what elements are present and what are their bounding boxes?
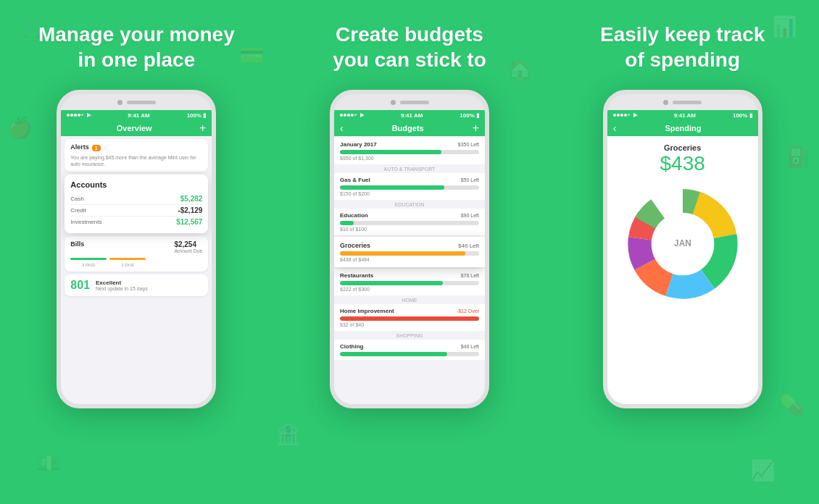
account-row-credit: Credit -$2,129 — [70, 205, 202, 217]
budget-gas-bar — [340, 185, 479, 190]
bills-bar-orange — [109, 258, 146, 260]
donut-chart: JAN — [621, 182, 744, 306]
panel-manage-money: Manage your money in one place ▶ 9:41 AM… — [0, 0, 273, 504]
account-invest-label: Investments — [70, 219, 101, 225]
phone1-screen: ▶ 9:41 AM 100% ▮ · Overview + Alerts 1 — [61, 110, 212, 404]
bills-card: Bills $2,254 Amount Due — [65, 236, 208, 272]
phone2-camera — [391, 100, 396, 105]
budget-rest-bar — [340, 281, 479, 285]
phone2-nav-back[interactable]: ‹ — [340, 122, 344, 134]
budget-groc-bar — [340, 251, 479, 256]
alerts-card: Alerts 1 You are paying $45 more than th… — [65, 139, 208, 172]
bills-due-label: 2 DUE — [109, 263, 146, 267]
budget-edu-left: $90 Left — [461, 213, 479, 218]
phone3-nav-back[interactable]: ‹ — [613, 122, 617, 134]
status-time-3: 9:41 AM — [674, 112, 696, 119]
panel-budgets: Create budgets you can stick to ▶ 9:41 A… — [273, 0, 546, 504]
budget-jan-name: January 2017 — [340, 141, 377, 148]
phone2-top — [334, 94, 485, 110]
budget-groceries-expanded[interactable]: Groceries $46 Left $438 of $484 — [334, 237, 485, 267]
bills-paid-label: 3 PAID — [70, 263, 107, 267]
budget-rest-amount: $222 of $300 — [340, 287, 479, 292]
budget-edu-fill — [340, 221, 354, 225]
budget-home-fill — [340, 316, 479, 321]
phone2-navbar: ‹ Budgets + — [334, 120, 485, 136]
phone1-top — [61, 94, 212, 110]
phone3-content: Groceries $438 — [607, 136, 758, 404]
budget-edu-amount: $10 of $100 — [340, 227, 479, 232]
phone2-nav-title: Budgets — [392, 124, 424, 133]
phone3-speaker — [673, 101, 702, 104]
donut-chart-container: JAN — [607, 180, 758, 308]
phone1-camera — [117, 100, 122, 105]
account-invest-value: $12,567 — [176, 218, 202, 226]
phone1-navbar: · Overview + — [61, 120, 212, 136]
credit-info: Excellent Next update in 15 days — [96, 280, 202, 291]
budget-cloth-fill — [340, 352, 447, 356]
accounts-card: Accounts Cash $5,282 Credit -$2,129 Inve… — [65, 175, 208, 233]
bills-due: Amount Due — [174, 248, 202, 253]
bills-bar-green — [70, 258, 107, 260]
account-credit-label: Credit — [70, 207, 86, 214]
phone3-top — [607, 94, 758, 110]
phone2-status-bar: ▶ 9:41 AM 100% ▮ — [334, 110, 485, 120]
phone2-nav-plus[interactable]: + — [473, 122, 479, 134]
budget-gas-fill — [340, 185, 444, 190]
alerts-text: You are paying $45 more than the average… — [70, 154, 202, 167]
budget-groc-amount: $438 of $484 — [340, 257, 479, 262]
phone-3: ▶ 9:41 AM 100% ▮ ‹ Spending · Groceries … — [603, 90, 762, 408]
status-battery-3: 100% ▮ — [733, 112, 752, 119]
phone3-nav-title: Spending — [665, 124, 701, 133]
spending-category: Groceries $438 — [607, 136, 758, 180]
budget-gas: Gas & Fuel $50 Left $150 of $200 — [334, 173, 485, 200]
budget-gas-left: $50 Left — [461, 177, 479, 182]
credit-label: Excellent — [96, 280, 202, 286]
budget-home-bar — [340, 316, 479, 321]
donut-month-label: JAN — [674, 238, 691, 248]
budget-cloth-left: $46 Left — [461, 344, 479, 349]
budget-cloth-bar — [340, 352, 479, 356]
alerts-badge: 1 — [92, 145, 101, 151]
budget-gas-name: Gas & Fuel — [340, 177, 370, 183]
phone3-status-bar: ▶ 9:41 AM 100% ▮ — [607, 110, 758, 120]
budget-sublabel-home: HOME — [334, 298, 485, 303]
budget-sublabel-shopping: SHOPPING — [334, 333, 485, 338]
budget-edu-bar — [340, 221, 479, 225]
budget-jan-left: $350 Left — [458, 142, 479, 147]
budget-edu-name: Education — [340, 212, 368, 219]
panel-spending: Easily keep track of spending ▶ 9:41 AM … — [546, 0, 819, 504]
spending-cat-name: Groceries — [607, 143, 758, 152]
budget-education: Education $90 Left $10 of $100 — [334, 209, 485, 235]
phone1-content: Alerts 1 You are paying $45 more than th… — [61, 136, 212, 404]
budget-clothing: Clothing $46 Left — [334, 340, 485, 360]
spending-amount: $438 — [607, 152, 758, 175]
budget-home-left: -$12 Over — [457, 308, 479, 314]
account-credit-value: -$2,129 — [178, 206, 202, 214]
account-cash-value: $5,282 — [180, 195, 203, 203]
budget-home: Home Improvement -$12 Over $32 of $40 — [334, 304, 485, 331]
account-cash-label: Cash — [70, 196, 84, 202]
phone-1: ▶ 9:41 AM 100% ▮ · Overview + Alerts 1 — [57, 90, 216, 408]
panel2-title: Create budgets you can stick to — [333, 22, 486, 72]
phone2-speaker — [400, 101, 429, 104]
credit-score-value: 801 — [70, 279, 90, 292]
status-battery-2: 100% ▮ — [460, 112, 479, 119]
credit-score-card: 801 Excellent Next update in 15 days — [65, 274, 208, 296]
budget-cloth-name: Clothing — [340, 343, 363, 350]
credit-sublabel: Next update in 15 days — [96, 286, 202, 291]
budget-rest-fill — [340, 281, 443, 285]
phone1-nav-title: Overview — [117, 124, 152, 133]
budget-restaurants: Restaurants $78 Left $222 of $300 — [334, 269, 485, 295]
alerts-title: Alerts — [70, 143, 89, 151]
budget-groc-left: $46 Left — [458, 243, 479, 249]
phone2-screen: ▶ 9:41 AM 100% ▮ ‹ Budgets + January 201… — [334, 110, 485, 404]
bills-amount: $2,254 — [174, 240, 202, 248]
bills-paid-bar — [70, 258, 107, 260]
account-row-cash: Cash $5,282 — [70, 193, 202, 205]
budget-gas-amount: $150 of $200 — [340, 191, 479, 196]
status-time-2: 9:41 AM — [401, 112, 423, 119]
panel3-title: Easily keep track of spending — [600, 22, 765, 72]
phone-2: ▶ 9:41 AM 100% ▮ ‹ Budgets + January 201… — [330, 90, 489, 408]
budget-groc-fill — [340, 251, 465, 256]
phone1-nav-plus[interactable]: + — [199, 122, 206, 134]
